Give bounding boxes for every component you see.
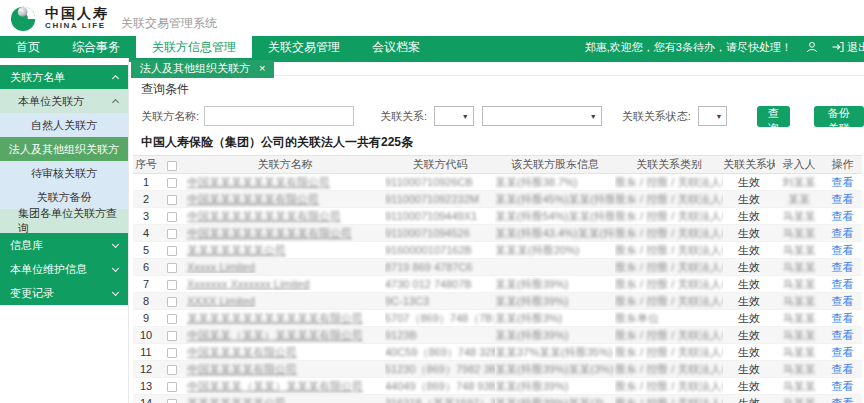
table-row: 9 某某某某某某某某某某某某有限公司 5707（869）748（7B） 某某(持… [133, 310, 862, 327]
table-body: 1 中国某某某某某某某有限公司 911000710926CB 某某(持股38.7… [133, 174, 862, 403]
nav-item[interactable]: 综合事务 [56, 36, 136, 58]
party-name-blurred[interactable]: 某某某某某某某公司 [187, 244, 286, 256]
party-name-blurred[interactable]: 中国某某某某某某某有限公司 [187, 176, 330, 188]
view-link[interactable]: 查看 [832, 244, 854, 256]
sidebar-item[interactable]: 本单位维护信息 [0, 257, 128, 281]
party-name-blurred[interactable]: 中国某某某（某某）某某某有限公司 [187, 380, 363, 392]
party-name-blurred[interactable]: 某某某某某某某公司 [187, 397, 286, 403]
backup-related-party-button[interactable]: 备份关联方 [814, 106, 864, 127]
row-checkbox[interactable] [167, 212, 177, 222]
sidebar-item-label: 法人及其他组织关联方 [9, 142, 119, 157]
party-name-blurred[interactable]: 某某某某某某某某某某某某有限公司 [187, 312, 363, 324]
view-link[interactable]: 查看 [832, 346, 854, 358]
entry-person-cell: 马某某 [775, 260, 823, 275]
sidebar-item[interactable]: 法人及其他组织关联方 [0, 137, 128, 161]
shareholder-info-blurred: 某某某(持股20%) [495, 244, 579, 256]
nav-item[interactable]: 首页 [0, 36, 56, 58]
relation-category-blurred: 股东 / 控股 / 关联法人单位 [615, 244, 723, 256]
shareholder-info-blurred: 某某(持股39%)某某(3%) [495, 363, 614, 375]
relation-category-blurred: 股东 / 控股 / 关联法人单位 [615, 295, 723, 307]
search-button[interactable]: 查询 [757, 106, 789, 127]
shareholder-info-blurred: 某某(持股39%) [495, 295, 568, 307]
main-content: 法人及其他组织关联方 × 查询条件 关联方名称: 关联关系: 关联关系状态: 查… [128, 58, 864, 403]
view-link[interactable]: 查看 [832, 278, 854, 290]
party-name-blurred[interactable]: 中国某某某某某某某某有限公司 [187, 210, 341, 222]
relation-category-cell: 股东 / 控股 / 关联法人单位 [615, 294, 723, 309]
row-checkbox[interactable] [167, 348, 177, 358]
sidebar-item[interactable]: 变更记录 [0, 281, 128, 305]
select-all-checkbox[interactable] [167, 161, 177, 171]
tab-label: 法人及其他组织关联方 [140, 61, 250, 76]
view-link[interactable]: 查看 [832, 176, 854, 188]
view-link[interactable]: 查看 [832, 210, 854, 222]
party-name-blurred[interactable]: Xxxxx Limited [187, 261, 255, 273]
view-link[interactable]: 查看 [832, 312, 854, 324]
view-link[interactable]: 查看 [832, 380, 854, 392]
row-index: 12 [133, 363, 159, 375]
relation-select[interactable] [434, 106, 474, 126]
row-checkbox[interactable] [167, 263, 177, 273]
tab-legal-person-related-parties[interactable]: 法人及其他组织关联方 × [131, 60, 274, 78]
view-link[interactable]: 查看 [832, 193, 854, 205]
nav-item-label: 综合事务 [72, 40, 120, 54]
row-checkbox-cell [159, 176, 185, 188]
row-checkbox[interactable] [167, 314, 177, 324]
sidebar-item[interactable]: 信息库 [0, 233, 128, 257]
row-checkbox[interactable] [167, 399, 177, 403]
party-code-cell: 44049（869）748 93B [385, 379, 495, 394]
nav-item[interactable]: 关联交易管理 [252, 36, 356, 58]
shareholder-cell: 某某(持股39%) [495, 379, 615, 394]
party-name-blurred[interactable]: XXXX Limited [187, 295, 255, 307]
party-name-blurred[interactable]: Xxxxxxx Xxxxxxx Limited [187, 278, 309, 290]
logout-button[interactable]: 退出 [832, 40, 864, 55]
row-checkbox[interactable] [167, 382, 177, 392]
row-checkbox[interactable] [167, 229, 177, 239]
party-name-blurred[interactable]: 中国某某某某某某有限公司 [187, 193, 319, 205]
view-link[interactable]: 查看 [832, 227, 854, 239]
row-checkbox[interactable] [167, 195, 177, 205]
view-link[interactable]: 查看 [832, 329, 854, 341]
shareholder-info-blurred: 某某37%某某(持股35%) [495, 346, 612, 358]
tab-close-icon[interactable]: × [259, 63, 265, 74]
nav-item[interactable]: 关联方信息管理 [136, 36, 252, 58]
sidebar-item[interactable]: 集团各单位关联方查询 [0, 209, 128, 233]
nav-item-label: 关联方信息管理 [152, 40, 236, 54]
party-name-blurred[interactable]: 中国某某某某有限公司 [187, 346, 297, 358]
party-name-blurred[interactable]: 中国某某某某某某某某某有限公司 [187, 227, 352, 239]
relation-status-select[interactable] [698, 106, 728, 126]
view-link[interactable]: 查看 [832, 295, 854, 307]
user-profile-button[interactable] [806, 41, 818, 53]
party-code-blurred: 91100071092232M [385, 193, 479, 205]
row-checkbox-cell [159, 227, 185, 239]
row-checkbox[interactable] [167, 331, 177, 341]
view-link[interactable]: 查看 [832, 363, 854, 375]
operation-cell: 查看 [823, 260, 862, 275]
logout-icon [832, 41, 844, 53]
relation-category-cell: 股东 / 控股 / 关联法人单位 [615, 192, 723, 207]
view-link[interactable]: 查看 [832, 397, 854, 403]
relation-sub-select[interactable] [482, 106, 602, 126]
party-name-input[interactable] [204, 106, 354, 126]
party-code-blurred: 9110007109449X1 [385, 210, 477, 222]
row-checkbox[interactable] [167, 246, 177, 256]
sidebar-item[interactable]: 关联方名单 [0, 65, 128, 89]
party-name-blurred[interactable]: 中国某某某某有限公司 [187, 363, 297, 375]
sidebar-item[interactable]: 待审核关联方 [0, 161, 128, 185]
sidebar-item[interactable]: 自然人关联方 [0, 113, 128, 137]
sidebar-item[interactable]: 本单位关联方 [0, 89, 128, 113]
sidebar-item-label: 本单位关联方 [18, 94, 84, 109]
relation-status-value: 生效 [723, 362, 775, 377]
view-link[interactable]: 查看 [832, 261, 854, 273]
party-name-blurred[interactable]: 中国某某（某某）某某某某有限公司 [187, 329, 363, 341]
relation-status-value: 生效 [723, 396, 775, 403]
entry-person-blurred: 刘某某 [783, 176, 816, 188]
row-checkbox[interactable] [167, 365, 177, 375]
row-index: 10 [133, 329, 159, 341]
table-row: 11 中国某某某某有限公司 40C59（869）748 32B 某某37%某某(… [133, 344, 862, 361]
entry-person-blurred: 马某某 [783, 227, 816, 239]
nav-item-label: 关联交易管理 [268, 40, 340, 54]
nav-item[interactable]: 会议档案 [356, 36, 436, 58]
row-checkbox[interactable] [167, 297, 177, 307]
row-checkbox[interactable] [167, 178, 177, 188]
row-checkbox[interactable] [167, 280, 177, 290]
